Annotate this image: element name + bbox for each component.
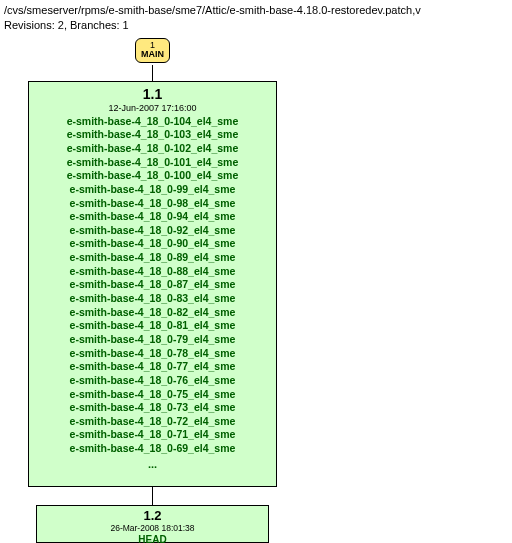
tag: e-smith-base-4_18_0-69_el4_sme [33, 442, 272, 456]
tag: e-smith-base-4_18_0-98_el4_sme [33, 197, 272, 211]
tag: e-smith-base-4_18_0-101_el4_sme [33, 156, 272, 170]
tag: e-smith-base-4_18_0-79_el4_sme [33, 333, 272, 347]
edge [152, 487, 153, 505]
tag: e-smith-base-4_18_0-72_el4_sme [33, 415, 272, 429]
tag: e-smith-base-4_18_0-71_el4_sme [33, 428, 272, 442]
tag: e-smith-base-4_18_0-78_el4_sme [33, 347, 272, 361]
tag: e-smith-base-4_18_0-87_el4_sme [33, 278, 272, 292]
tag: e-smith-base-4_18_0-89_el4_sme [33, 251, 272, 265]
tag: e-smith-base-4_18_0-99_el4_sme [33, 183, 272, 197]
tag: e-smith-base-4_18_0-94_el4_sme [33, 210, 272, 224]
more-tags-ellipsis: ... [33, 458, 272, 470]
tag: e-smith-base-4_18_0-100_el4_sme [33, 169, 272, 183]
revision-node-1-2[interactable]: 1.2 26-Mar-2008 18:01:38 HEAD [36, 505, 269, 543]
revision-node-1-1[interactable]: 1.1 12-Jun-2007 17:16:00 e-smith-base-4_… [28, 81, 277, 487]
header: /cvs/smeserver/rpms/e-smith-base/sme7/At… [0, 0, 512, 35]
tag: e-smith-base-4_18_0-77_el4_sme [33, 360, 272, 374]
edge [152, 65, 153, 81]
tag: e-smith-base-4_18_0-75_el4_sme [33, 388, 272, 402]
tag: e-smith-base-4_18_0-103_el4_sme [33, 128, 272, 142]
tag: e-smith-base-4_18_0-102_el4_sme [33, 142, 272, 156]
tag-head: HEAD [41, 533, 264, 543]
tag: e-smith-base-4_18_0-83_el4_sme [33, 292, 272, 306]
revision-number: 1.1 [33, 86, 272, 102]
revision-date: 12-Jun-2007 17:16:00 [33, 103, 272, 113]
tag: e-smith-base-4_18_0-104_el4_sme [33, 115, 272, 129]
revision-number: 1.2 [41, 508, 264, 523]
revisions-meta: Revisions: 2, Branches: 1 [4, 18, 508, 33]
branch-node-main[interactable]: 1 MAIN [135, 38, 170, 63]
revision-date: 26-Mar-2008 18:01:38 [41, 523, 264, 533]
tag-list: e-smith-base-4_18_0-104_el4_smee-smith-b… [33, 115, 272, 456]
tag: e-smith-base-4_18_0-81_el4_sme [33, 319, 272, 333]
tag: e-smith-base-4_18_0-88_el4_sme [33, 265, 272, 279]
tag: e-smith-base-4_18_0-92_el4_sme [33, 224, 272, 238]
tag: e-smith-base-4_18_0-82_el4_sme [33, 306, 272, 320]
tag: e-smith-base-4_18_0-76_el4_sme [33, 374, 272, 388]
tag: e-smith-base-4_18_0-90_el4_sme [33, 237, 272, 251]
revision-diagram: 1 MAIN 1.1 12-Jun-2007 17:16:00 e-smith-… [0, 35, 512, 543]
tag: e-smith-base-4_18_0-73_el4_sme [33, 401, 272, 415]
file-path: /cvs/smeserver/rpms/e-smith-base/sme7/At… [4, 3, 508, 18]
branch-name: MAIN [136, 50, 169, 59]
